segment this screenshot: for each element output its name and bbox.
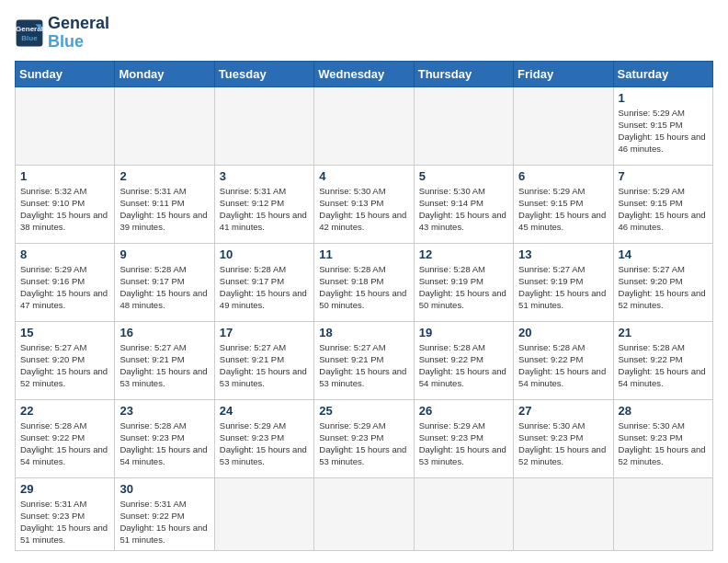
week-row: 29Sunrise: 5:31 AMSunset: 9:23 PMDayligh… [16,477,713,550]
day-cell-14: 14Sunrise: 5:27 AMSunset: 9:20 PMDayligh… [613,243,712,321]
day-info: Sunrise: 5:28 AMSunset: 9:17 PMDaylight:… [220,263,309,312]
day-cell-4: 4Sunrise: 5:30 AMSunset: 9:13 PMDaylight… [314,165,414,243]
day-number: 21 [619,326,708,339]
day-info: Sunrise: 5:28 AMSunset: 9:22 PMDaylight:… [20,419,109,468]
weekday-header-tuesday: Tuesday [214,61,313,86]
day-info: Sunrise: 5:32 AMSunset: 9:10 PMDaylight:… [20,185,109,234]
day-info: Sunrise: 5:29 AMSunset: 9:23 PMDaylight:… [319,419,408,468]
day-number: 7 [619,169,708,183]
logo-text: GeneralBlue [48,15,109,52]
header: General Blue GeneralBlue [15,15,713,52]
day-cell-9: 9Sunrise: 5:28 AMSunset: 9:17 PMDaylight… [115,243,214,321]
day-info: Sunrise: 5:27 AMSunset: 9:21 PMDaylight:… [220,341,309,390]
day-number: 15 [20,326,109,339]
day-cell-20: 20Sunrise: 5:28 AMSunset: 9:22 PMDayligh… [514,321,613,399]
day-cell-18: 18Sunrise: 5:27 AMSunset: 9:21 PMDayligh… [314,321,414,399]
day-number: 30 [119,482,209,496]
day-cell-15: 15Sunrise: 5:27 AMSunset: 9:20 PMDayligh… [16,321,115,399]
calendar: SundayMondayTuesdayWednesdayThursdayFrid… [15,61,713,551]
weekday-header-monday: Monday [115,61,214,86]
empty-cell [214,86,313,165]
day-info: Sunrise: 5:29 AMSunset: 9:15 PMDaylight:… [518,185,608,234]
day-info: Sunrise: 5:27 AMSunset: 9:21 PMDaylight:… [319,341,408,390]
empty-cell [16,86,115,165]
day-cell-17: 17Sunrise: 5:27 AMSunset: 9:21 PMDayligh… [214,321,313,399]
day-number: 18 [319,326,408,339]
empty-cell [314,86,414,165]
day-number: 1 [619,91,708,105]
day-info: Sunrise: 5:30 AMSunset: 9:13 PMDaylight:… [319,185,408,234]
day-info: Sunrise: 5:31 AMSunset: 9:11 PMDaylight:… [119,185,209,234]
day-number: 27 [518,404,608,418]
day-info: Sunrise: 5:30 AMSunset: 9:23 PMDaylight:… [619,419,708,468]
day-info: Sunrise: 5:29 AMSunset: 9:16 PMDaylight:… [20,263,109,312]
day-cell-16: 16Sunrise: 5:27 AMSunset: 9:21 PMDayligh… [115,321,214,399]
day-cell-1: 1Sunrise: 5:29 AMSunset: 9:15 PMDaylight… [613,86,712,165]
day-cell-29: 29Sunrise: 5:31 AMSunset: 9:23 PMDayligh… [16,477,115,550]
day-number: 29 [20,482,109,496]
day-info: Sunrise: 5:27 AMSunset: 9:19 PMDaylight:… [518,263,608,312]
day-cell-6: 6Sunrise: 5:29 AMSunset: 9:15 PMDaylight… [514,165,613,243]
day-number: 1 [20,169,109,183]
week-row: 15Sunrise: 5:27 AMSunset: 9:20 PMDayligh… [16,321,713,399]
day-cell-23: 23Sunrise: 5:28 AMSunset: 9:23 PMDayligh… [115,399,214,477]
logo-icon: General Blue [15,18,44,48]
day-number: 4 [319,169,408,183]
weekday-header-saturday: Saturday [613,61,712,86]
day-info: Sunrise: 5:29 AMSunset: 9:15 PMDaylight:… [619,185,708,234]
day-number: 3 [220,169,309,183]
day-info: Sunrise: 5:28 AMSunset: 9:19 PMDaylight:… [419,263,508,312]
day-info: Sunrise: 5:28 AMSunset: 9:22 PMDaylight:… [518,341,608,390]
day-cell-26: 26Sunrise: 5:29 AMSunset: 9:23 PMDayligh… [414,399,513,477]
day-number: 9 [119,247,209,261]
day-cell-13: 13Sunrise: 5:27 AMSunset: 9:19 PMDayligh… [514,243,613,321]
day-cell-27: 27Sunrise: 5:30 AMSunset: 9:23 PMDayligh… [514,399,613,477]
day-cell-3: 3Sunrise: 5:31 AMSunset: 9:12 PMDaylight… [214,165,313,243]
logo: General Blue GeneralBlue [15,15,109,52]
day-info: Sunrise: 5:31 AMSunset: 9:23 PMDaylight:… [20,498,109,546]
day-number: 19 [419,326,508,339]
day-cell-24: 24Sunrise: 5:29 AMSunset: 9:23 PMDayligh… [214,399,313,477]
day-info: Sunrise: 5:27 AMSunset: 9:21 PMDaylight:… [119,341,209,390]
day-cell-19: 19Sunrise: 5:28 AMSunset: 9:22 PMDayligh… [414,321,513,399]
weekday-header-sunday: Sunday [16,61,115,86]
day-number: 6 [518,169,608,183]
day-number: 22 [20,404,109,418]
day-number: 28 [619,404,708,418]
day-number: 25 [319,404,408,418]
weekday-header-friday: Friday [514,61,613,86]
day-number: 12 [419,247,508,261]
day-number: 11 [319,247,408,261]
day-number: 5 [419,169,508,183]
empty-cell [214,477,313,550]
day-info: Sunrise: 5:27 AMSunset: 9:20 PMDaylight:… [20,341,109,390]
day-info: Sunrise: 5:30 AMSunset: 9:23 PMDaylight:… [518,419,608,468]
day-cell-28: 28Sunrise: 5:30 AMSunset: 9:23 PMDayligh… [613,399,712,477]
day-info: Sunrise: 5:27 AMSunset: 9:20 PMDaylight:… [619,263,708,312]
day-number: 10 [220,247,309,261]
day-info: Sunrise: 5:28 AMSunset: 9:23 PMDaylight:… [119,419,209,468]
day-number: 20 [518,326,608,339]
empty-cell [314,477,414,550]
day-cell-30: 30Sunrise: 5:31 AMSunset: 9:22 PMDayligh… [115,477,214,550]
day-info: Sunrise: 5:28 AMSunset: 9:22 PMDaylight:… [619,341,708,390]
weekday-header-row: SundayMondayTuesdayWednesdayThursdayFrid… [16,61,713,86]
day-number: 13 [518,247,608,261]
day-cell-7: 7Sunrise: 5:29 AMSunset: 9:15 PMDaylight… [613,165,712,243]
empty-cell [613,477,712,550]
day-info: Sunrise: 5:29 AMSunset: 9:23 PMDaylight:… [419,419,508,468]
day-number: 16 [119,326,209,339]
empty-cell [414,86,513,165]
day-number: 2 [119,169,209,183]
weekday-header-thursday: Thursday [414,61,513,86]
day-info: Sunrise: 5:30 AMSunset: 9:14 PMDaylight:… [419,185,508,234]
day-number: 24 [220,404,309,418]
week-row: 1Sunrise: 5:29 AMSunset: 9:15 PMDaylight… [16,86,713,165]
day-cell-5: 5Sunrise: 5:30 AMSunset: 9:14 PMDaylight… [414,165,513,243]
day-cell-10: 10Sunrise: 5:28 AMSunset: 9:17 PMDayligh… [214,243,313,321]
day-number: 8 [20,247,109,261]
day-number: 23 [119,404,209,418]
weekday-header-wednesday: Wednesday [314,61,414,86]
svg-text:Blue: Blue [21,34,38,42]
day-cell-12: 12Sunrise: 5:28 AMSunset: 9:19 PMDayligh… [414,243,513,321]
